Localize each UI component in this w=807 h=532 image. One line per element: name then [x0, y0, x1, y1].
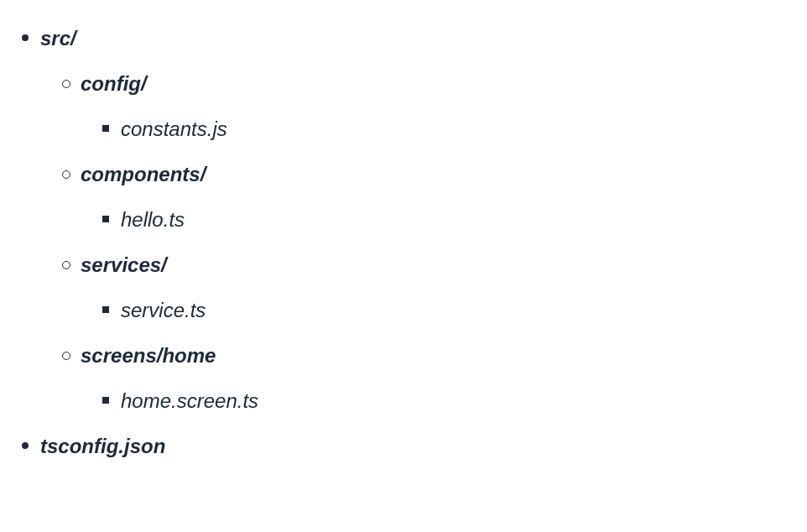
- folder-label: services/: [81, 253, 167, 276]
- tree-item: tsconfig.json: [40, 431, 807, 462]
- tree-item: src/ config/ constants.js components/ he…: [40, 23, 807, 416]
- file-tree: src/ config/ constants.js components/ he…: [0, 23, 807, 462]
- folder-label: screens/home: [81, 344, 216, 367]
- tree-item: config/ constants.js: [81, 69, 807, 144]
- tree-item: services/ service.ts: [81, 250, 807, 326]
- tree-children: hello.ts: [81, 205, 807, 235]
- tree-children: service.ts: [81, 295, 807, 326]
- tree-item: components/ hello.ts: [81, 159, 807, 235]
- tree-children: config/ constants.js components/ hello.t…: [40, 69, 807, 416]
- tree-children: constants.js: [81, 114, 807, 144]
- folder-label: components/: [81, 163, 206, 185]
- tree-item: hello.ts: [121, 205, 807, 235]
- tree-children: home.screen.ts: [81, 386, 807, 416]
- file-label: hello.ts: [121, 208, 185, 231]
- folder-label: config/: [81, 72, 147, 95]
- file-label: constants.js: [121, 117, 227, 140]
- file-label: service.ts: [121, 299, 206, 321]
- file-label: home.screen.ts: [121, 389, 258, 412]
- tree-item: service.ts: [121, 295, 807, 326]
- folder-label: src/: [40, 27, 76, 50]
- tree-item: home.screen.ts: [121, 386, 807, 416]
- tree-item: constants.js: [121, 114, 807, 144]
- tree-item: screens/home home.screen.ts: [81, 341, 807, 416]
- folder-label: tsconfig.json: [40, 435, 165, 457]
